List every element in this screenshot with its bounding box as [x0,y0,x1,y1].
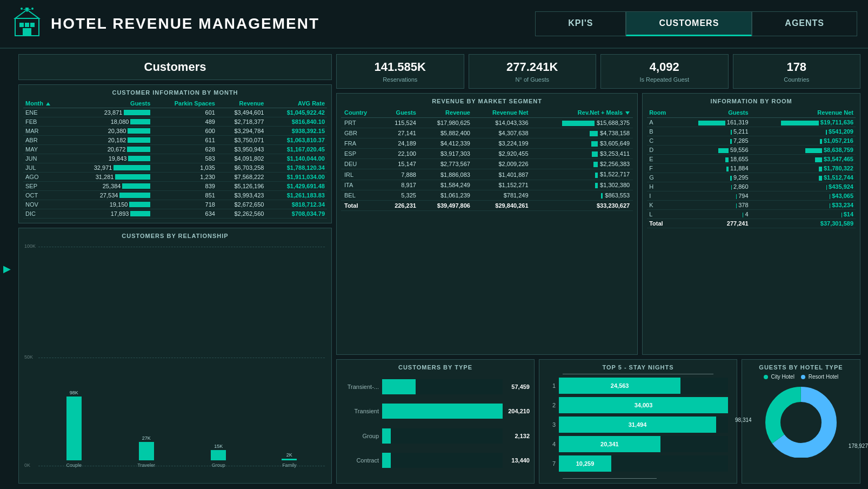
cell-avg: $1,140,044.00 [266,154,327,163]
cell-revenue: $6,703,258 [217,163,266,173]
cell-month: OCT [23,191,65,200]
cell-guests: 19,150 [65,200,153,209]
customer-row-ENE: ENE 23,871 601 $3,494,601 $1,045,922.42 [23,108,327,117]
rel-bar-Traveler: 27K Traveler [137,435,155,468]
kpi-label: N° of Guests [478,76,587,83]
segment-row-ITA: ITA 8,917 $1,584,249 $1,152,271 $1,302,3… [341,180,633,190]
room-col-room: Room [647,108,676,118]
cell-revenue: $3,494,601 [217,108,266,117]
segment-row-GBR: GBR 27,141 $5,882,400 $4,307,638 $4,738,… [341,128,633,138]
room-row-F: F 11,884 $1,780,322 [647,164,856,173]
svg-rect-1 [19,23,24,27]
header: HOTEL REVENUE MANAGEMENT KPI'S CUSTOMERS… [0,0,868,49]
stay-box: TOP 5 - STAY NIGHTS 1 24,563 2 34,003 3 … [539,359,737,484]
room-title: INFORMATION BY ROOM [647,98,856,104]
cell-avg: $816,840.10 [266,117,327,127]
segment-row-FRA: FRA 24,189 $4,412,339 $3,224,199 $3,605,… [341,138,633,149]
by-type-box: CUSTOMERS BY TYPE Transient-... 57,459 T… [336,359,535,484]
kpi-value: 141.585K [345,60,455,74]
cell-revenue: $3,750,071 [217,136,266,145]
cell-parking: 600 [152,127,217,136]
resort-hotel-dot [801,375,805,379]
room-row-K: K 378 $33,234 [647,201,856,210]
cell-parking: 718 [152,200,217,209]
stay-item-4: 4 20,341 [548,436,728,452]
cell-avg: $1,429,691.48 [266,182,327,191]
donut-box: GUESTS BY HOTEL TYPE City Hotel Resort H… [742,359,860,484]
segment-total-row: Total 226,231 $39,497,806 $29,840,261 $3… [341,200,633,210]
cell-month: AGO [23,173,65,182]
cell-avg: $1,911,034.00 [266,173,327,182]
cell-parking: 489 [152,117,217,127]
stay-item-3: 3 31,494 [548,417,728,433]
room-row-C: C 7,285 $1,057,216 [647,136,856,146]
by-type-item-Transient-...: Transient-... 57,459 [341,379,503,394]
header-title: HOTEL REVENUE MANAGEMENT [51,15,319,32]
seg-col-guests: Guests [381,108,419,118]
cell-parking: 851 [152,191,217,200]
segment-row-IRL: IRL 7,888 $1,886,083 $1,401,887 $1,522,7… [341,169,633,180]
main-content: ▶ Customers CUSTOMER INFORMATION BY MONT… [0,49,868,489]
rel-bar-Family: 2K Family [282,452,297,468]
col-month: Month [23,99,65,108]
room-row-D: D 59,556 $8,638,759 [647,146,856,155]
room-row-E: E 18,655 $3,547,465 [647,155,856,164]
cell-parking: 1,230 [152,173,217,182]
rel-bar-Couple: 98K Couple [66,390,82,468]
kpi-card-1: 277.241KN° of Guests [469,54,597,89]
segment-row-ESP: ESP 22,100 $3,917,303 $2,920,455 $3,253,… [341,149,633,159]
cell-parking: 634 [152,209,217,219]
kpi-label: Reservations [345,76,455,83]
hotel-logo-icon [11,8,43,40]
cell-parking: 628 [152,145,217,154]
table-title: CUSTOMER INFORMATION BY MONTH [23,89,327,96]
cell-month: SEP [23,182,65,191]
donut-resort-label: 178,927 [849,443,868,449]
cell-avg: $818,712.34 [266,200,327,209]
nav-tab-customers[interactable]: CUSTOMERS [626,11,752,36]
room-row-B: B 5,211 $541,209 [647,127,856,136]
cell-guests: 18,080 [65,117,153,127]
nav-tab-kpis[interactable]: KPI'S [535,11,626,36]
customer-row-SEP: SEP 25,384 839 $5,126,196 $1,429,691.48 [23,182,327,191]
kpi-label: Is Repeated Guest [610,76,719,83]
cell-parking: 601 [152,108,217,117]
left-arrow-nav[interactable]: ▶ [3,263,11,275]
kpi-row: 141.585KReservations277.241KN° of Guests… [336,54,860,89]
stay-item-7: 7 10,259 [548,455,728,472]
kpi-card-3: 178Countries [733,54,861,89]
cell-revenue: $4,091,802 [217,154,266,163]
cell-parking: 839 [152,182,217,191]
bar-block [139,442,154,460]
cell-guests: 20,380 [65,127,153,136]
donut-legend: City Hotel Resort Hotel [764,374,839,380]
cell-month: MAR [23,127,65,136]
donut-chart: 98,314 178,927 [758,382,844,458]
customer-table-box: CUSTOMER INFORMATION BY MONTH Month Gues… [18,84,332,223]
seg-col-revmeals: Rev.Net + Meals [532,108,633,118]
relationship-chart-box: CUSTOMERS BY RELATIONSHIP 100K 50K 0K [18,228,332,484]
legend-city: City Hotel [764,374,794,380]
kpi-card-0: 141.585KReservations [336,54,464,89]
kpi-label: Countries [742,76,852,83]
nav-tabs: KPI'S CUSTOMERS AGENTS [535,11,857,36]
room-row-L: L 4 $14 [647,210,856,219]
svg-point-10 [31,8,34,10]
logo-area: HOTEL REVENUE MANAGEMENT [11,8,535,40]
segment-title: REVENUE BY MARKET SEGMENT [341,98,633,104]
donut-city-label: 98,314 [735,417,752,423]
seg-col-revnet: Revenue Net [473,108,532,118]
legend-resort: Resort Hotel [801,374,838,380]
svg-rect-4 [23,28,31,36]
segment-row-PRT: PRT 115,524 $17,980,625 $14,043,336 $15,… [341,118,633,128]
cell-guests: 19,843 [65,154,153,163]
left-bottom-charts: CUSTOMERS BY RELATIONSHIP 100K 50K 0K [18,228,332,484]
customer-table: Month Guests Parkin Spaces Revenue AVG R… [23,99,327,219]
by-type-item-Group: Group 2,132 [341,428,503,444]
nav-tab-agents[interactable]: AGENTS [752,11,857,36]
segment-row-DEU: DEU 15,147 $2,773,567 $2,009,226 $2,256,… [341,159,633,169]
svg-point-9 [21,8,23,10]
bottom-row: CUSTOMERS BY TYPE Transient-... 57,459 T… [336,359,860,484]
segment-box: REVENUE BY MARKET SEGMENT Country Guests… [336,93,638,355]
room-row-I: I 794 $43,065 [647,191,856,201]
